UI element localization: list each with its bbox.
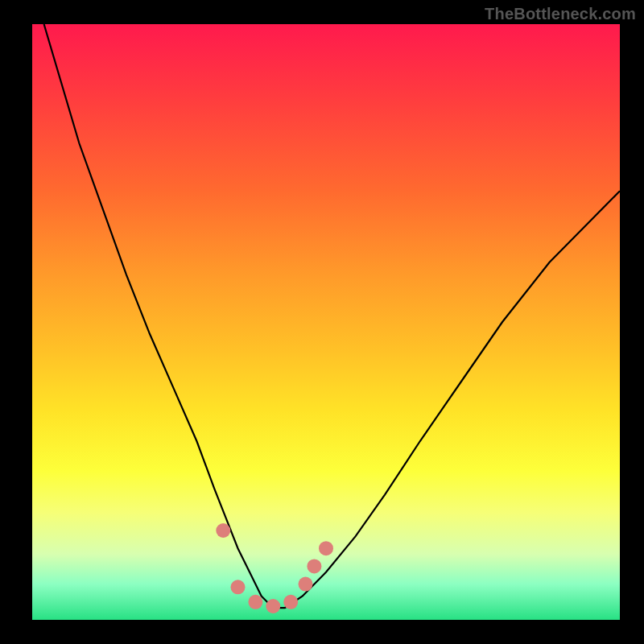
data-marker: [319, 541, 333, 555]
watermark-label: TheBottleneck.com: [485, 5, 636, 23]
chart-frame: TheBottleneck.com: [0, 0, 644, 644]
curve-path: [44, 24, 620, 608]
data-marker: [231, 580, 246, 594]
bottleneck-curve: [32, 24, 620, 620]
plot-area: [32, 24, 620, 620]
data-marker: [266, 599, 280, 613]
data-marker: [216, 523, 230, 538]
data-marker: [307, 559, 321, 573]
data-marker: [248, 595, 262, 609]
data-marker: [283, 595, 298, 609]
data-marker: [299, 577, 313, 592]
